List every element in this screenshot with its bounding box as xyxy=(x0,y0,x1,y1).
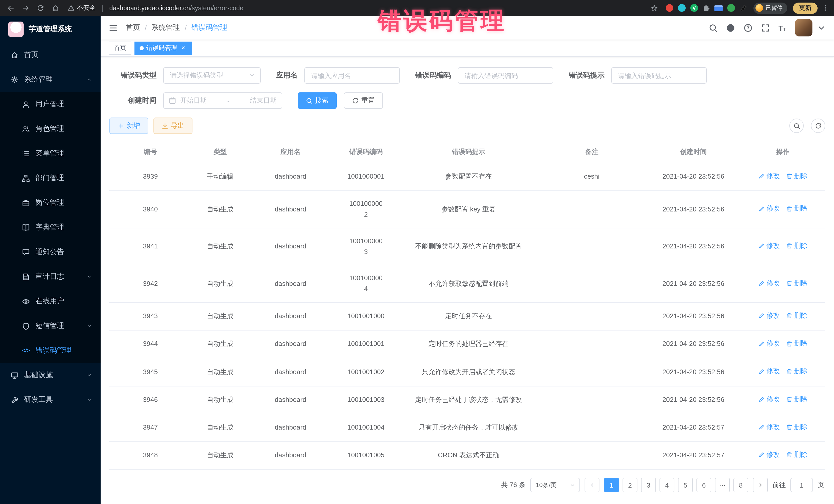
delete-link[interactable]: 删除 xyxy=(786,241,808,251)
delete-link[interactable]: 删除 xyxy=(786,278,808,289)
sidebar-item[interactable]: 审计日志 xyxy=(0,264,101,289)
show-search-button[interactable] xyxy=(789,118,804,133)
edit-link[interactable]: 修改 xyxy=(758,366,780,377)
chrome-home-icon[interactable] xyxy=(50,2,61,14)
edit-link[interactable]: 修改 xyxy=(758,394,780,405)
delete-link[interactable]: 删除 xyxy=(786,338,808,349)
delete-link[interactable]: 删除 xyxy=(786,422,808,432)
page-button[interactable]: 3 xyxy=(641,478,656,492)
error-type-select[interactable]: 请选择错误码类型 xyxy=(163,67,261,84)
delete-link[interactable]: 删除 xyxy=(786,450,808,460)
cell-code: 1001001004 xyxy=(332,414,400,441)
edit-link[interactable]: 修改 xyxy=(758,203,780,214)
avatar[interactable] xyxy=(795,19,812,37)
sidebar-item[interactable]: 字典管理 xyxy=(0,215,101,240)
edit-link[interactable]: 修改 xyxy=(758,278,780,289)
sidebar-menu: 首页系统管理用户管理角色管理菜单管理部门管理岗位管理字典管理通知公告审计日志在线… xyxy=(0,43,101,504)
post-icon xyxy=(22,199,30,206)
sidebar-item[interactable]: 基础设施 xyxy=(0,363,101,388)
breadcrumb-home[interactable]: 首页 xyxy=(126,23,140,32)
more-pages-button[interactable]: ⋯ xyxy=(715,478,730,492)
close-icon[interactable]: × xyxy=(180,44,187,51)
sidebar-item[interactable]: 部门管理 xyxy=(0,166,101,191)
pin-icon[interactable] xyxy=(740,4,747,12)
reload-icon[interactable] xyxy=(35,2,46,14)
delete-link[interactable]: 删除 xyxy=(786,203,808,214)
app-name-input[interactable] xyxy=(304,67,400,84)
error-code-input[interactable] xyxy=(458,67,553,84)
edit-link[interactable]: 修改 xyxy=(758,310,780,321)
edit-link-label: 修改 xyxy=(767,171,780,182)
edit-link[interactable]: 修改 xyxy=(758,171,780,182)
hamburger-icon[interactable] xyxy=(109,23,117,32)
extension-blue-card-icon[interactable] xyxy=(715,5,723,11)
sidebar-item[interactable]: 研发工具 xyxy=(0,388,101,412)
add-button[interactable]: 新增 xyxy=(109,117,148,134)
update-button[interactable]: 更新 xyxy=(793,2,817,14)
refresh-table-button[interactable] xyxy=(811,118,825,133)
export-button[interactable]: 导出 xyxy=(153,117,193,134)
extension-teal-icon[interactable] xyxy=(678,4,686,12)
search-button[interactable]: 搜索 xyxy=(298,92,337,109)
table-row: 3941自动生成dashboard1001000003不能删除类型为系统内置的参… xyxy=(109,228,825,265)
tab-home[interactable]: 首页 xyxy=(109,41,131,54)
edit-link[interactable]: 修改 xyxy=(758,338,780,349)
page-button[interactable]: 8 xyxy=(733,478,748,492)
reset-button[interactable]: 重置 xyxy=(344,92,383,109)
profile-chip[interactable]: 已暂停 xyxy=(753,2,787,14)
delete-link[interactable]: 删除 xyxy=(786,310,808,321)
page-size-select[interactable]: 10条/页 xyxy=(530,478,580,492)
delete-link[interactable]: 删除 xyxy=(786,366,808,377)
puzzle-icon[interactable] xyxy=(703,4,710,12)
prev-page-button[interactable] xyxy=(585,478,599,492)
tab-error-code[interactable]: 错误码管理 × xyxy=(134,41,192,54)
search-icon[interactable] xyxy=(708,23,717,32)
logo[interactable]: 芋道管理系统 xyxy=(0,16,101,43)
sidebar-item[interactable]: 通知公告 xyxy=(0,240,101,264)
column-header: 应用名 xyxy=(249,141,332,163)
extension-green-v-icon[interactable]: V xyxy=(690,4,698,12)
error-hint-input[interactable] xyxy=(611,67,707,84)
page-button[interactable]: 1 xyxy=(604,478,619,492)
role-icon xyxy=(22,125,30,133)
sidebar-item[interactable]: 在线用户 xyxy=(0,289,101,313)
extension-red-icon[interactable] xyxy=(666,4,673,12)
edit-link[interactable]: 修改 xyxy=(758,450,780,460)
chevron-down-icon[interactable] xyxy=(817,23,826,32)
forward-icon[interactable] xyxy=(20,2,31,14)
delete-link[interactable]: 删除 xyxy=(786,171,808,182)
page-button[interactable]: 2 xyxy=(622,478,637,492)
site-security[interactable]: 不安全 xyxy=(68,4,95,12)
breadcrumb-system[interactable]: 系统管理 xyxy=(151,23,180,32)
font-size-icon[interactable]: TT xyxy=(778,23,786,32)
screen: 不安全 dashboard.yudao.iocoder.cn/system/er… xyxy=(0,0,834,504)
goto-page-input[interactable] xyxy=(790,478,813,492)
dots-vertical-icon[interactable] xyxy=(822,5,829,11)
edit-link[interactable]: 修改 xyxy=(758,241,780,251)
delete-link[interactable]: 删除 xyxy=(786,394,808,405)
sms-icon xyxy=(22,322,30,330)
extension-green-icon[interactable] xyxy=(727,4,735,12)
sidebar-item[interactable]: </>错误码管理 xyxy=(0,338,101,363)
sidebar-item[interactable]: 系统管理 xyxy=(0,67,101,92)
cell-code: 1001000003 xyxy=(332,228,400,265)
back-icon[interactable] xyxy=(5,2,17,14)
sidebar-item[interactable]: 短信管理 xyxy=(0,313,101,338)
fullscreen-icon[interactable] xyxy=(761,23,770,32)
sidebar-item[interactable]: 首页 xyxy=(0,43,101,67)
date-range-picker[interactable]: 开始日期 - 结束日期 xyxy=(163,92,282,109)
sidebar-item[interactable]: 岗位管理 xyxy=(0,191,101,215)
page-button[interactable]: 5 xyxy=(678,478,693,492)
question-icon[interactable] xyxy=(743,23,752,32)
page-button[interactable]: 4 xyxy=(659,478,674,492)
next-page-button[interactable] xyxy=(753,478,768,492)
star-icon[interactable] xyxy=(651,4,658,12)
sidebar-item[interactable]: 用户管理 xyxy=(0,92,101,116)
address-bar[interactable]: dashboard.yudao.iocoder.cn/system/error-… xyxy=(109,4,658,12)
active-tab-dot xyxy=(139,46,144,50)
sidebar-item[interactable]: 角色管理 xyxy=(0,116,101,141)
edit-link[interactable]: 修改 xyxy=(758,422,780,432)
page-button[interactable]: 6 xyxy=(697,478,711,492)
github-icon[interactable] xyxy=(726,23,735,32)
sidebar-item[interactable]: 菜单管理 xyxy=(0,141,101,166)
